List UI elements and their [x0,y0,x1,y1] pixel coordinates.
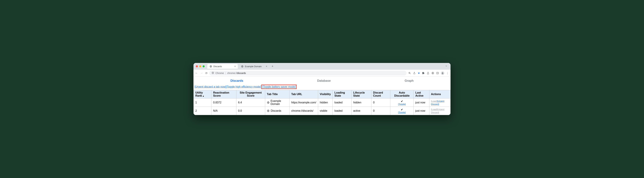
sort-asc-icon: ▲ [202,95,204,97]
cell-visibility: visible [318,107,333,115]
globe-icon [241,65,244,68]
cell-actions: [Load][Urgent Discard] [429,107,450,115]
tab-list-dropdown-icon[interactable] [444,65,449,68]
table-row: 2N/A0.0Discardschrome://discards/visible… [194,107,450,115]
check-icon: ✔ [401,108,403,111]
cell-reactivation: 0.8372 [212,98,236,107]
address-bar[interactable]: Chrome | chrome://discards [209,71,406,76]
col-tab-title[interactable]: Tab Title [265,90,289,98]
maximize-window-button[interactable] [202,65,205,67]
globe-icon [267,110,270,112]
nav-controls: ← → ⟳ [195,72,208,75]
table-row: 10.83726.4Example Domainhttps://example.… [194,98,450,107]
cell-auto-discardable: ✔[Toggle] [390,107,414,115]
new-tab-button[interactable]: + [270,65,275,68]
highlight-box: [Toggle battery saver mode] [261,84,297,89]
labs-icon[interactable] [427,72,430,74]
zoom-icon[interactable] [408,72,411,74]
cell-reactivation: N/A [212,107,236,115]
cell-rank: 1 [194,98,212,107]
cell-lifecycle: hidden [352,98,371,107]
side-panel-icon[interactable] [436,72,439,74]
back-button[interactable]: ← [195,72,198,75]
profile-avatar[interactable] [441,72,444,75]
browser-tab-title: Example Domain [245,65,262,68]
omnibox-divider: | [225,72,226,74]
cell-actions: [Load][Urgent Discard] [429,98,450,107]
col-site-engagement[interactable]: Site Engagement Score [236,90,265,98]
cell-auto-discardable: ✔[Toggle] [390,98,414,107]
browser-tab-title: Discards [214,65,222,68]
col-visibility[interactable]: Visibility [318,90,333,98]
chrome-icon [212,72,214,74]
cell-loading: loaded [333,98,352,107]
global-action-links: [Urgent discard a tab now][Toggle high e… [194,84,450,89]
col-lifecycle-state[interactable]: Lifecycle State [352,90,371,98]
page-content: Discards Database Graph [Urgent discard … [194,77,450,115]
tab-database[interactable]: Database [317,79,330,82]
check-icon: ✔ [401,100,403,103]
col-last-active[interactable]: Last Active [414,90,429,98]
cell-visibility: hidden [318,98,333,107]
toggle-auto-discardable-link[interactable]: [Toggle] [392,103,412,106]
tab-discards[interactable]: Discards [230,79,243,82]
col-auto-discardable[interactable]: Auto Discardable [390,90,414,98]
minimize-window-button[interactable] [199,65,201,67]
bookmark-star-icon[interactable]: ★ [418,72,420,74]
svg-rect-7 [436,72,438,74]
urgent-discard-now-link[interactable]: [Urgent discard a tab now] [194,85,226,88]
cell-discard-count: 0 [371,98,390,107]
cell-loading: loaded [333,107,352,115]
col-discard-count[interactable]: Discard Count [371,90,390,98]
cell-rank: 2 [194,107,212,115]
col-reactivation-score[interactable]: Reactivation Score [212,90,236,98]
col-actions[interactable]: Actions [429,90,450,98]
col-loading-state[interactable]: Loading State [333,90,352,98]
close-tab-icon[interactable]: × [266,65,267,68]
forward-button[interactable]: → [200,72,203,75]
globe-icon [267,101,270,104]
cell-title-text: Discards [271,109,281,112]
tab-strip: Discards × Example Domain × + [194,63,450,70]
svg-point-8 [442,72,443,73]
toggle-auto-discardable-link[interactable]: [Toggle] [392,111,412,114]
browser-tab-discards[interactable]: Discards × [207,64,238,69]
internal-nav-tabs: Discards Database Graph [194,77,450,84]
cell-url: chrome://discards/ [290,107,318,115]
svg-point-3 [212,72,213,73]
toolbar-right: ★ ⋮ [408,72,449,75]
window-controls [196,65,205,67]
cell-last-active: just now [414,107,429,115]
reading-list-icon[interactable] [432,72,434,74]
close-window-button[interactable] [196,65,198,67]
discards-table: Utility Rank▲ Reactivation Score Site En… [194,90,450,115]
tab-graph[interactable]: Graph [404,79,414,82]
omnibox-url: chrome://discards [227,72,246,74]
cell-discard-count: 0 [371,107,390,115]
share-icon[interactable] [413,72,416,74]
cell-url: https://example.com/ [290,98,318,107]
omnibox-scheme: Chrome [216,72,224,74]
close-tab-icon[interactable]: × [234,65,236,68]
cell-engagement: 6.4 [236,98,265,107]
globe-icon [209,65,212,68]
cell-engagement: 0.0 [236,107,265,115]
load-link[interactable]: [Load] [431,108,437,111]
menu-icon[interactable]: ⋮ [446,72,449,74]
cell-last-active: just now [414,98,429,107]
toggle-battery-saver-link[interactable]: [Toggle battery saver mode] [262,85,296,88]
col-tab-url[interactable]: Tab URL [290,90,318,98]
extensions-icon[interactable] [422,72,425,74]
toggle-high-efficiency-link[interactable]: [Toggle high efficiency mode] [226,85,261,88]
cell-lifecycle: active [352,107,371,115]
browser-tab-example[interactable]: Example Domain × [239,64,269,69]
toolbar: ← → ⟳ Chrome | chrome://discards ★ ⋮ [194,70,450,77]
col-utility-rank[interactable]: Utility Rank▲ [194,90,212,98]
svg-point-6 [432,73,433,74]
reload-button[interactable]: ⟳ [205,72,208,75]
cell-title: Example Domain [265,98,289,107]
cell-title-text: Example Domain [270,100,288,106]
browser-window: Discards × Example Domain × + ← → ⟳ Chro… [194,63,450,115]
load-link[interactable]: [Load] [431,100,437,102]
cell-title: Discards [265,107,289,115]
